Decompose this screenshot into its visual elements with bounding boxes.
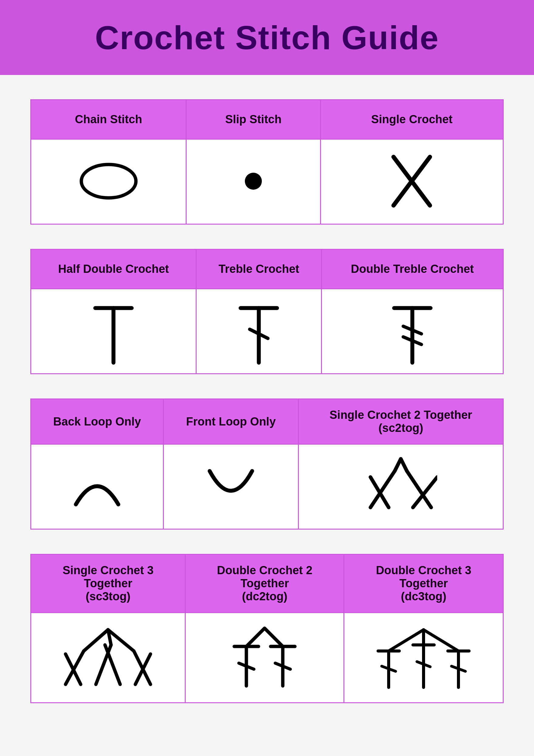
header: Crochet Stitch Guide: [0, 0, 534, 75]
stitch-table-3: Back Loop Only Front Loop Only Single Cr…: [30, 398, 504, 529]
svg-line-22: [105, 645, 120, 684]
svg-point-0: [81, 165, 136, 198]
label-dc2tog: Double Crochet 2 Together(dc2tog): [185, 554, 344, 613]
symbol-single-crochet: [320, 139, 503, 224]
symbol-back-loop-only: [31, 444, 164, 529]
svg-line-15: [413, 477, 437, 507]
label-chain-stitch: Chain Stitch: [31, 100, 186, 139]
svg-line-35: [265, 628, 283, 646]
symbol-sc2tog: [299, 444, 503, 529]
stitch-table-1: Chain Stitch Slip Stitch Single Crochet: [30, 99, 504, 225]
content-area: Chain Stitch Slip Stitch Single Crochet: [0, 75, 534, 727]
label-sc2tog: Single Crochet 2 Together(sc2tog): [299, 399, 503, 444]
label-double-treble-crochet: Double Treble Crochet: [322, 250, 503, 289]
svg-line-27: [108, 630, 134, 651]
svg-line-47: [424, 630, 459, 651]
stitch-table-4: Single Crochet 3 Together(sc3tog) Double…: [30, 554, 504, 703]
svg-point-1: [245, 173, 262, 190]
svg-line-45: [389, 630, 424, 651]
label-slip-stitch: Slip Stitch: [186, 100, 321, 139]
label-treble-crochet: Treble Crochet: [196, 250, 322, 289]
svg-line-34: [246, 628, 265, 646]
symbol-front-loop-only: [163, 444, 298, 529]
label-dc3tog: Double Crochet 3 Together(dc3tog): [344, 554, 503, 613]
symbol-double-treble-crochet: [322, 289, 503, 374]
symbol-dc3tog: [344, 613, 503, 703]
label-sc3tog: Single Crochet 3 Together(sc3tog): [31, 554, 185, 613]
label-front-loop-only: Front Loop Only: [163, 399, 298, 444]
symbol-dc2tog: [185, 613, 344, 703]
svg-line-13: [370, 471, 395, 507]
label-single-crochet: Single Crochet: [320, 100, 503, 139]
symbol-half-double-crochet: [31, 289, 196, 374]
page-title: Crochet Stitch Guide: [24, 18, 510, 57]
symbol-slip-stitch: [186, 139, 321, 224]
symbol-sc3tog: [31, 613, 185, 703]
svg-line-18: [401, 459, 407, 471]
label-back-loop-only: Back Loop Only: [31, 399, 164, 444]
label-half-double-crochet: Half Double Crochet: [31, 250, 196, 289]
stitch-table-2: Half Double Crochet Treble Crochet Doubl…: [30, 249, 504, 374]
symbol-chain-stitch: [31, 139, 186, 224]
symbol-treble-crochet: [196, 289, 322, 374]
